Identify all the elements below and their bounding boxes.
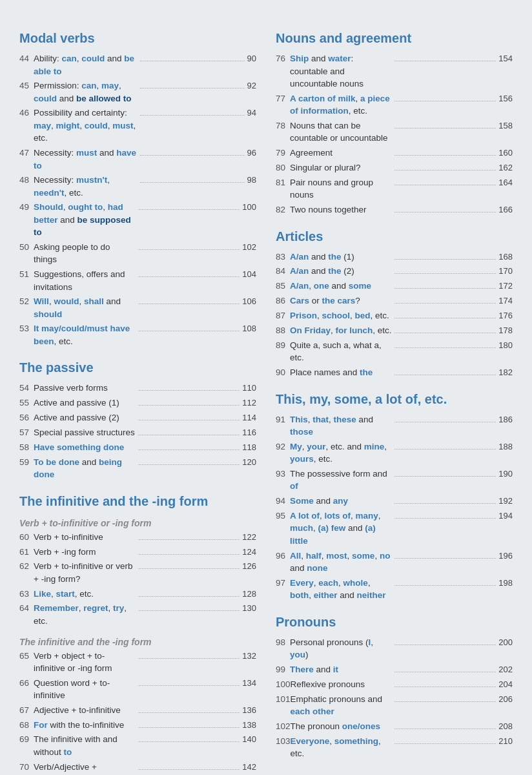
entry-page: 92 [247, 80, 256, 92]
entry-text: Cars or the cars? [290, 294, 392, 307]
entry-text: Will, would, shall and should [34, 295, 136, 320]
entry-page: 94 [247, 107, 256, 119]
table-row: 56 Active and passive (2) 114 [19, 411, 256, 424]
entry-text: Suggestions, offers and invitations [34, 268, 136, 293]
entry-number: 53 [19, 322, 34, 335]
entry-number: 94 [276, 495, 290, 508]
entry-dots [138, 390, 240, 391]
entry-page: 100 [242, 202, 256, 214]
entry-text: Verb + to-infinitive or verb + -ing form… [34, 560, 136, 585]
entry-text: Have something done [34, 441, 136, 454]
table-row: 59 To be done and being done 120 [19, 456, 256, 481]
entry-number: 82 [276, 203, 290, 216]
entry-page: 132 [242, 650, 256, 663]
entry-page: 170 [498, 265, 513, 278]
section-title: The infinitive and the -ing form [19, 494, 256, 509]
section-title: Pronouns [276, 615, 513, 630]
entry-number: 89 [276, 339, 290, 352]
entry-page: 196 [498, 550, 513, 563]
entry-text: A/an, one and some [290, 280, 392, 293]
entry-page: 200 [498, 637, 513, 649]
entry-page: 188 [498, 441, 513, 453]
entry-dots [394, 701, 496, 702]
table-row: 97 Every, each, whole, both, either and … [276, 577, 513, 602]
entry-dots [394, 155, 496, 156]
entry-dots [394, 303, 496, 304]
entry-page: 154 [498, 53, 513, 65]
entry-dots [394, 728, 496, 729]
entry-text: Permission: can, may, could and be allow… [34, 79, 138, 105]
table-row: 98 Personal pronouns (I, you) 200 [276, 636, 513, 661]
entry-dots [140, 88, 244, 88]
entry-number: 55 [19, 397, 34, 409]
entry-dots [394, 672, 496, 672]
right-column: Nouns and agreement 76 Ship and water: c… [276, 18, 513, 775]
entry-dots [394, 503, 496, 504]
table-row: 84 A/an and the (2) 170 [276, 265, 513, 278]
entry-page: 140 [242, 734, 256, 746]
entry-page: 168 [498, 251, 513, 264]
entry-page: 124 [242, 546, 256, 559]
entry-dots [394, 518, 496, 519]
entry-dots [394, 170, 496, 170]
entry-text: A carton of milk, a piece of information… [290, 92, 392, 118]
table-row: 100 Reflexive pronouns 204 [276, 678, 513, 691]
entry-page: 128 [242, 588, 256, 601]
table-row: 51 Suggestions, offers and invitations 1… [19, 268, 256, 293]
entry-number: 86 [276, 294, 290, 307]
entry-number: 68 [19, 719, 34, 732]
subsection-title: Verb + to-infinitive or -ing form [19, 518, 256, 528]
entry-number: 90 [276, 366, 290, 379]
entry-number: 76 [276, 52, 290, 65]
entry-page: 112 [242, 397, 256, 409]
entry-number: 88 [276, 324, 290, 337]
entry-text: Some and any [290, 495, 392, 508]
entry-dots [140, 155, 244, 156]
entry-page: 194 [498, 510, 513, 522]
entry-page: 116 [242, 427, 256, 439]
table-row: 86 Cars or the cars? 174 [276, 294, 513, 307]
entry-page: 186 [498, 414, 513, 426]
table-row: 81 Pair nouns and group nouns 164 [276, 176, 513, 202]
entry-text: Singular or plural? [290, 161, 392, 174]
entry-number: 93 [276, 468, 290, 480]
table-row: 92 My, your, etc. and mine, yours, etc. … [276, 440, 513, 466]
entry-page: 176 [498, 310, 513, 322]
entry-text: On Friday, for lunch, etc. [290, 324, 392, 337]
entry-dots [138, 685, 240, 686]
entry-page: 108 [242, 323, 256, 335]
entry-dots [394, 687, 496, 687]
entry-page: 126 [242, 561, 256, 573]
entry-dots [138, 568, 240, 569]
table-row: 89 Quite a, such a, what a, etc. 180 [276, 339, 513, 364]
entry-page: 102 [242, 242, 256, 254]
table-row: 55 Active and passive (1) 112 [19, 397, 256, 409]
entry-number: 78 [276, 119, 290, 132]
entry-page: 164 [498, 177, 513, 189]
entry-page: 198 [498, 577, 513, 590]
entry-number: 101 [276, 693, 291, 706]
entry-text: To be done and being done [34, 456, 136, 481]
entry-dots [138, 610, 240, 611]
entry-text: Verb/Adjective + preposition + -ing form [34, 761, 136, 775]
section-title: This, my, some, a lot of, etc. [276, 392, 513, 407]
entry-text: Question word + to-infinitive [34, 677, 136, 702]
entry-dots [138, 596, 240, 597]
table-row: 66 Question word + to-infinitive 134 [19, 677, 256, 702]
entry-page: 110 [242, 382, 256, 395]
entry-number: 59 [19, 456, 34, 469]
table-row: 80 Singular or plural? 162 [276, 161, 513, 174]
entry-dots [394, 259, 496, 260]
subsection-title: The infinitive and the -ing form [19, 637, 256, 647]
entry-dots [140, 115, 244, 116]
entry-text: A lot of, lots of, many, much, (a) few a… [290, 510, 392, 548]
entry-text: Agreement [290, 147, 392, 160]
entry-number: 47 [19, 147, 34, 160]
entry-page: 98 [247, 174, 256, 187]
entry-number: 46 [19, 107, 34, 119]
entry-dots [394, 61, 496, 61]
entry-text: Ability: can, could and be able to [34, 52, 138, 78]
entry-page: 156 [498, 93, 513, 105]
table-row: 57 Special passive structures 116 [19, 426, 256, 439]
table-row: 87 Prison, school, bed, etc. 176 [276, 309, 513, 322]
